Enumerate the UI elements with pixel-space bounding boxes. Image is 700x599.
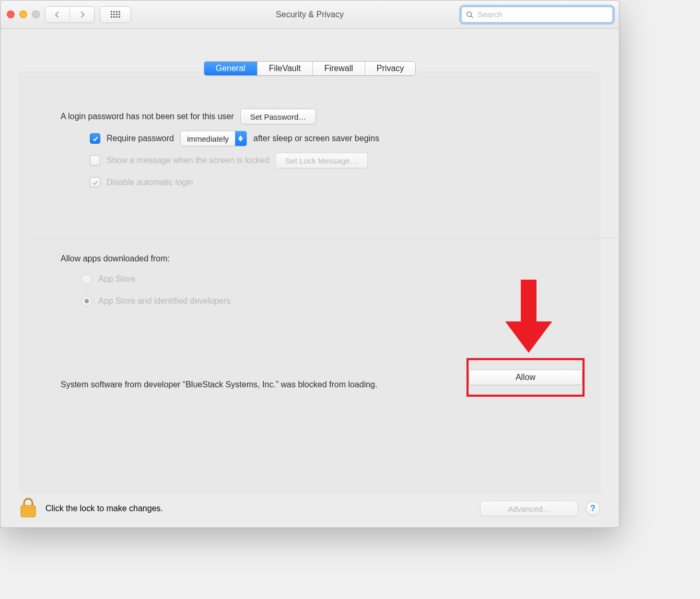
search-input[interactable] bbox=[476, 9, 608, 19]
show-lock-message-checkbox[interactable] bbox=[90, 155, 100, 166]
advanced-button[interactable]: Advanced… bbox=[480, 501, 578, 516]
zoom-window-button bbox=[32, 10, 40, 18]
grid-icon bbox=[111, 11, 120, 18]
svg-line-1 bbox=[471, 16, 473, 18]
system-preferences-window: Security & Privacy General FileVault Fir… bbox=[0, 0, 620, 528]
radio-identified-developers-label: App Store and identified developers bbox=[98, 296, 231, 306]
radio-app-store bbox=[81, 274, 92, 284]
radio-app-store-label: App Store bbox=[98, 274, 135, 284]
svg-rect-4 bbox=[521, 280, 536, 321]
search-field[interactable] bbox=[461, 7, 613, 22]
footer: Click the lock to make changes. Advanced… bbox=[19, 496, 600, 521]
divider bbox=[29, 238, 622, 238]
lock-help-text: Click the lock to make changes. bbox=[45, 504, 163, 513]
no-login-password-text: A login password has not been set for th… bbox=[61, 112, 234, 121]
search-icon bbox=[466, 11, 473, 18]
nav-back-button[interactable] bbox=[45, 7, 69, 22]
chevron-updown-icon bbox=[235, 131, 247, 146]
close-window-button[interactable] bbox=[7, 10, 15, 18]
blocked-system-software-message: System software from developer “BlueStac… bbox=[61, 379, 483, 390]
tab-label: Privacy bbox=[377, 64, 404, 73]
annotation-arrow-icon bbox=[505, 280, 552, 355]
svg-rect-6 bbox=[21, 505, 36, 517]
require-password-checkbox[interactable] bbox=[90, 133, 100, 144]
tab-firewall[interactable]: Firewall bbox=[312, 62, 365, 75]
tab-bar: General FileVault Firewall Privacy bbox=[1, 61, 619, 76]
disable-auto-login-checkbox[interactable] bbox=[90, 177, 100, 188]
set-lock-message-button: Set Lock Message… bbox=[275, 153, 367, 168]
titlebar: Security & Privacy bbox=[1, 1, 619, 29]
window-body: General FileVault Firewall Privacy A log… bbox=[1, 29, 619, 527]
require-password-delay-select[interactable]: immediately bbox=[180, 131, 247, 146]
show-all-prefs-button[interactable] bbox=[100, 6, 131, 23]
allow-button[interactable]: Allow bbox=[469, 370, 582, 385]
require-password-label-before: Require password bbox=[107, 134, 174, 143]
minimize-window-button[interactable] bbox=[19, 10, 27, 18]
svg-point-0 bbox=[467, 11, 472, 16]
help-button[interactable]: ? bbox=[586, 501, 600, 516]
allow-apps-heading: Allow apps downloaded from: bbox=[61, 254, 590, 263]
svg-marker-3 bbox=[238, 139, 243, 141]
svg-marker-2 bbox=[238, 135, 243, 138]
tab-privacy[interactable]: Privacy bbox=[365, 62, 415, 75]
tab-general[interactable]: General bbox=[204, 62, 257, 75]
nav-forward-button[interactable] bbox=[69, 7, 94, 22]
tab-label: Firewall bbox=[324, 64, 353, 73]
nav-back-forward-group bbox=[45, 6, 95, 23]
allow-button-highlight: Allow bbox=[466, 358, 585, 397]
tab-label: FileVault bbox=[269, 64, 301, 73]
svg-marker-5 bbox=[505, 321, 552, 353]
lock-icon[interactable] bbox=[19, 497, 37, 520]
tab-label: General bbox=[216, 64, 246, 73]
tab-filevault[interactable]: FileVault bbox=[257, 62, 312, 75]
disable-auto-login-label: Disable automatic login bbox=[107, 178, 193, 187]
require-password-label-after: after sleep or screen saver begins bbox=[253, 134, 379, 143]
select-value: immediately bbox=[181, 131, 235, 146]
show-lock-message-label: Show a message when the screen is locked bbox=[107, 156, 269, 165]
set-password-button[interactable]: Set Password… bbox=[240, 109, 317, 124]
traffic-lights bbox=[7, 10, 40, 18]
radio-identified-developers bbox=[81, 296, 92, 306]
